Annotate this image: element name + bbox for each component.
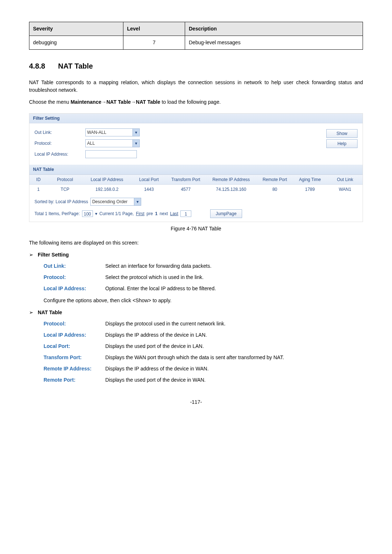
col-protocol: Protocol: [48, 175, 83, 184]
sev-header-level: Level: [123, 22, 185, 36]
local-ip-input[interactable]: [85, 150, 137, 158]
def-local-ip: Local IP Address: Optional. Enter the lo…: [44, 285, 363, 292]
figure-caption: Figure 4-76 NAT Table: [29, 225, 363, 233]
filter-setting-header: Filter Setting: [29, 114, 363, 123]
perpage-input[interactable]: 100: [82, 210, 93, 217]
def-nat-remote-port: Remote Port: Displays the used port of t…: [44, 376, 363, 384]
help-button[interactable]: Help: [326, 139, 358, 148]
nat-table-screenshot: Filter Setting Out Link: WAN-ALL ▾ Proto…: [29, 113, 363, 222]
displayed-items-intro: The following items are displayed on thi…: [29, 239, 363, 247]
triangle-bullet-icon: ➢: [29, 309, 33, 316]
intro-paragraph-1: NAT Table corresponds to a mapping relat…: [29, 79, 363, 94]
triangle-bullet-icon: ➢: [29, 251, 33, 259]
section-number: 4.8.8: [29, 61, 45, 71]
sev-cell-level: 7: [123, 36, 185, 50]
chevron-down-icon: ▾: [132, 140, 139, 147]
sorted-by-label: Sorted by: Local IP Address: [34, 198, 88, 205]
def-out-link: Out Link: Select an interface for forwar…: [44, 262, 363, 270]
pager-first-link[interactable]: First: [136, 210, 144, 217]
col-transform-port: Transform Port: [167, 175, 205, 184]
pager-last-link[interactable]: Last: [170, 210, 179, 217]
severity-table: Severity Level Description debugging 7 D…: [29, 22, 363, 50]
sort-order-select[interactable]: Descending Order ▾: [90, 198, 141, 206]
pager-current: Current 1/1 Page,: [99, 210, 134, 217]
chevron-down-icon: ▾: [132, 129, 139, 136]
col-out-link: Out Link: [327, 175, 363, 184]
nat-table-bullet: ➢ NAT Table: [29, 309, 363, 316]
pager-total: Total 1 Items, PerPage:: [34, 210, 80, 217]
chevron-down-icon: ▾: [134, 198, 141, 205]
def-nat-local-ip: Local IP Address: Displays the IP addres…: [44, 331, 363, 339]
section-title: NAT Table: [58, 62, 93, 70]
sev-header-description: Description: [185, 22, 363, 36]
nat-table-head: ID Protocol Local IP Address Local Port …: [29, 175, 363, 185]
col-remote-port: Remote Port: [257, 175, 293, 184]
intro-paragraph-2: Choose the menu Maintenance→NAT Table→NA…: [29, 98, 363, 106]
table-row: debugging 7 Debug-level messages: [29, 36, 363, 50]
out-link-label: Out Link:: [34, 129, 85, 136]
section-heading: 4.8.8 NAT Table: [29, 61, 363, 71]
chevron-down-icon: ▾: [95, 210, 97, 217]
pager-next: next: [160, 210, 168, 217]
col-local-port: Local Port: [131, 175, 167, 184]
table-row: 1 TCP 192.168.0.2 1443 4577 74.125.128.1…: [29, 185, 363, 194]
nat-table-header: NAT Table: [29, 165, 363, 175]
protocol-select[interactable]: ALL ▾: [85, 139, 140, 147]
def-protocol: Protocol: Select the protocol which is u…: [44, 274, 363, 281]
sev-cell-severity: debugging: [29, 36, 123, 50]
def-nat-protocol: Protocol: Displays the protocol used in …: [44, 320, 363, 328]
def-nat-local-port: Local Port: Displays the used port of th…: [44, 342, 363, 350]
page-footer: -117-: [29, 398, 363, 406]
show-button[interactable]: Show: [326, 129, 358, 138]
page-number-input[interactable]: 1: [180, 210, 191, 217]
local-ip-label: Local IP Address:: [34, 151, 85, 157]
sev-header-severity: Severity: [29, 22, 123, 36]
menu-path: Maintenance→NAT Table→NAT Table: [70, 99, 160, 105]
col-aging-time: Aging Time: [292, 175, 327, 184]
protocol-label: Protocol:: [34, 140, 85, 147]
def-nat-transform-port: Transform Port: Displays the WAN port th…: [44, 354, 363, 361]
sev-cell-description: Debug-level messages: [185, 36, 363, 50]
pager-page-1: 1: [155, 210, 158, 217]
filter-setting-note: Configure the options above, then click …: [44, 297, 363, 304]
jump-page-button[interactable]: JumpPage: [210, 209, 242, 218]
pager-pre: pre: [147, 210, 153, 217]
def-nat-remote-ip: Remote IP Address: Displays the IP addre…: [44, 365, 363, 373]
col-local-ip: Local IP Address: [82, 175, 131, 184]
col-id: ID: [29, 175, 48, 184]
filter-setting-bullet: ➢ Filter Setting: [29, 251, 363, 259]
out-link-select[interactable]: WAN-ALL ▾: [85, 128, 140, 136]
col-remote-ip: Remote IP Address: [205, 175, 257, 184]
